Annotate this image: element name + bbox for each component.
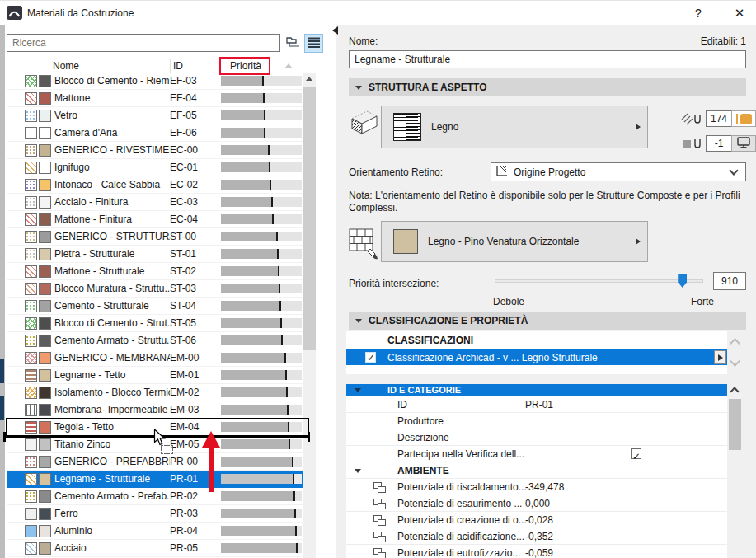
- material-name: Cemento Armato - Prefab...: [54, 490, 170, 502]
- scroll-up-icon[interactable]: [306, 77, 312, 81]
- tree-view-button[interactable]: [284, 34, 303, 53]
- color-swatch: [39, 196, 51, 209]
- material-row[interactable]: Isolamento - Blocco TermicoEM-02: [7, 384, 308, 401]
- list-scrollbar[interactable]: [303, 73, 316, 558]
- slider-track[interactable]: [495, 279, 703, 283]
- material-row[interactable]: Acciaio - FinituraEC-03: [7, 194, 308, 211]
- pen-color-button[interactable]: [731, 110, 756, 127]
- material-row[interactable]: FerroPR-03: [7, 505, 308, 523]
- column-header-id[interactable]: ID: [173, 60, 183, 72]
- scrollbar-thumb[interactable]: [729, 399, 741, 450]
- color-swatch: [39, 265, 51, 278]
- property-label: Potenziale di creazione di o...: [397, 514, 527, 526]
- properties-group-header[interactable]: ID E CATEGORIE: [346, 384, 727, 396]
- search-input[interactable]: [7, 34, 280, 52]
- cut-fill-button[interactable]: Legno: [381, 106, 648, 148]
- property-row[interactable]: Produttore: [346, 413, 727, 429]
- pattern-swatch: [25, 542, 37, 555]
- property-row[interactable]: Descrizione: [346, 429, 727, 446]
- priority-bar: [221, 457, 302, 467]
- material-row[interactable]: GENERICO - PREFABBRICA...PR-00: [7, 453, 308, 471]
- surface-button[interactable]: Legno - Pino Venatura Orizzontale: [381, 221, 648, 262]
- property-row[interactable]: Potenziale di eutrofizzazio...-0,059: [346, 545, 727, 558]
- classification-picker-button[interactable]: [714, 350, 726, 364]
- material-row[interactable]: Cemento - StrutturaleST-04: [7, 298, 308, 315]
- color-swatch: [39, 352, 51, 364]
- material-row[interactable]: Pietra - StrutturaleST-01: [7, 246, 308, 263]
- material-row[interactable]: Legname - StrutturalePR-01: [7, 471, 308, 488]
- section-structure-aspect[interactable]: STRUTTURA E ASPETTO: [349, 78, 746, 96]
- material-row[interactable]: Camera d'AriaEF-06: [7, 124, 308, 142]
- material-row[interactable]: Legname - TettoEM-01: [7, 367, 308, 384]
- material-row[interactable]: Blocco Muratura - Struttu...ST-03: [7, 280, 308, 298]
- fill-orientation-dropdown[interactable]: Origine Progetto: [491, 162, 746, 181]
- sort-ascending-icon[interactable]: [284, 63, 293, 68]
- scrollbar-thumb[interactable]: [303, 87, 316, 350]
- screen-only-button[interactable]: [731, 135, 756, 152]
- material-row[interactable]: Intonaco - Calce SabbiaEC-02: [7, 176, 308, 194]
- material-row[interactable]: GENERICO - MEMBRANA ...EM-00: [7, 349, 308, 367]
- property-row[interactable]: Potenziale di creazione di o...-0,028: [346, 512, 727, 528]
- collapse-splitter-icon[interactable]: [332, 26, 338, 35]
- material-list: Blocco di Cemento - Riem...EF-03MattoneE…: [7, 73, 308, 557]
- material-row[interactable]: MattoneEF-04: [7, 90, 308, 107]
- scroll-up-icon[interactable]: [730, 338, 740, 349]
- scroll-up-icon[interactable]: [730, 387, 739, 396]
- material-row[interactable]: Mattone - FinituraEC-04: [7, 211, 308, 228]
- material-id: ST-00: [170, 231, 221, 242]
- surface-label: Legno - Pino Venatura Orizzontale: [428, 236, 636, 247]
- material-row[interactable]: Cemento Armato - Struttu...ST-06: [7, 332, 308, 349]
- section-classification-properties[interactable]: CLASSIFICAZIONE E PROPRIETÀ: [349, 312, 746, 330]
- fill-pen-field[interactable]: [706, 110, 732, 127]
- material-id: ST-01: [170, 248, 221, 260]
- priority-bar: [221, 214, 302, 224]
- properties-scrollbar[interactable]: [729, 384, 741, 558]
- pattern-swatch: [25, 127, 37, 139]
- property-checkbox[interactable]: [631, 448, 641, 459]
- material-row[interactable]: Blocco di Cemento - Strut...ST-05: [7, 315, 308, 332]
- property-row[interactable]: Potenziale di acidificazione...-0,352: [346, 528, 727, 545]
- background-pen-field[interactable]: [706, 135, 732, 152]
- material-row[interactable]: AcciaioPR-05: [7, 540, 308, 557]
- pattern-swatch: [25, 248, 37, 260]
- flat-list-view-button[interactable]: [304, 34, 323, 53]
- cut-fill-icon: [347, 107, 380, 148]
- classification-checkbox[interactable]: [365, 352, 376, 363]
- property-row[interactable]: IDPR-01: [346, 396, 727, 413]
- close-button[interactable]: ✕: [727, 4, 752, 22]
- material-row[interactable]: IgnifugoEC-01: [7, 159, 308, 176]
- property-group-row[interactable]: AMBIENTE: [346, 462, 727, 479]
- color-swatch: [39, 508, 51, 520]
- material-row[interactable]: GENERICO - STRUTTURALEST-00: [7, 228, 308, 246]
- material-row[interactable]: Cemento Armato - Prefab...PR-02: [7, 488, 308, 505]
- material-id: ST-04: [170, 300, 221, 312]
- property-label: Potenziale di eutrofizzazio...: [397, 547, 520, 558]
- properties-panel: ID E CATEGORIE IDPR-01ProduttoreDescrizi…: [346, 384, 727, 558]
- priority-slider[interactable]: [495, 272, 703, 290]
- material-row[interactable]: AluminioPR-04: [7, 523, 308, 540]
- priority-bar: [221, 491, 302, 501]
- property-row[interactable]: Potenziale di esaurimento ...0,000: [346, 495, 727, 512]
- pattern-swatch: [25, 231, 37, 243]
- slider-handle[interactable]: [678, 274, 687, 288]
- pattern-swatch: [25, 387, 37, 399]
- priority-bar: [221, 266, 302, 276]
- property-row[interactable]: Partecipa nella Verifica dell...: [346, 446, 727, 462]
- material-row[interactable]: Blocco di Cemento - Riem...EF-03: [7, 73, 308, 90]
- material-id: ST-06: [170, 335, 221, 346]
- property-row[interactable]: Potenziale di riscaldamento...-349,478: [346, 479, 727, 495]
- column-header-name[interactable]: Nome: [53, 60, 79, 72]
- material-row[interactable]: Mattone - StrutturaleST-02: [7, 263, 308, 280]
- surface-swatch: [393, 229, 418, 254]
- material-name-field[interactable]: [349, 50, 746, 68]
- material-row[interactable]: Membrana- ImpermeabileEM-03: [7, 401, 308, 419]
- help-button[interactable]: ?: [686, 4, 711, 22]
- priority-value-field[interactable]: [713, 272, 746, 290]
- material-id: EC-01: [170, 162, 221, 173]
- material-row[interactable]: GENERICO - RIVESTIMENT...EC-00: [7, 142, 308, 159]
- material-row[interactable]: VetroEF-05: [7, 107, 308, 124]
- classification-row[interactable]: Classificazione Archicad - v ... Legno S…: [346, 349, 727, 365]
- scroll-down-icon[interactable]: [730, 356, 740, 367]
- material-name: Legname - Strutturale: [54, 473, 170, 485]
- material-name: Vetro: [54, 110, 170, 121]
